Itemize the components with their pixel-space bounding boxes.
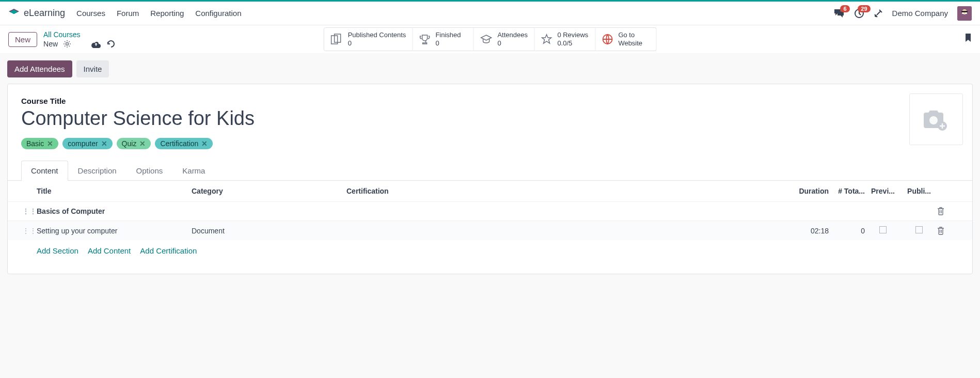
svg-marker-13 (542, 35, 551, 43)
stat-finished[interactable]: Finished0 (413, 27, 473, 51)
svg-marker-12 (481, 35, 491, 40)
breadcrumb-new: New (43, 40, 58, 48)
drag-handle-icon[interactable]: ⋮⋮ (22, 227, 37, 235)
preview-checkbox[interactable] (879, 226, 887, 233)
subbar: New All Courses New Published Contents0 … (0, 25, 980, 53)
image-placeholder[interactable] (909, 93, 963, 145)
svg-point-15 (929, 116, 938, 124)
svg-rect-8 (965, 12, 967, 14)
tools-icon[interactable] (874, 9, 883, 18)
breadcrumb-all-courses[interactable]: All Courses (43, 30, 116, 39)
tag-remove-icon[interactable]: ✕ (101, 139, 107, 148)
messages-icon[interactable]: 6 (833, 8, 845, 19)
th-certification: Certification (346, 187, 782, 195)
content-table: Title Category Certification Duration # … (8, 181, 972, 261)
stat-boxes: Published Contents0 Finished0 Attendees0… (324, 27, 657, 51)
table-row: ⋮⋮ Setting up your computer Document 02:… (8, 221, 972, 240)
th-publi: Publi... (901, 187, 937, 195)
tag-computer[interactable]: computer✕ (62, 138, 112, 149)
th-title: Title (37, 187, 192, 195)
add-section-link[interactable]: Add Section (37, 246, 78, 255)
nav-forum[interactable]: Forum (117, 9, 139, 18)
gear-icon[interactable] (63, 40, 71, 48)
tag-quiz[interactable]: Quiz✕ (117, 138, 151, 149)
stat-website[interactable]: Go toWebsite (595, 27, 656, 51)
brand-label: eLearning (24, 8, 65, 19)
add-content-link[interactable]: Add Content (88, 246, 131, 255)
content-icon (330, 34, 343, 45)
course-title-label: Course Title (21, 97, 959, 105)
svg-rect-6 (961, 11, 968, 12)
elearning-icon (8, 8, 20, 19)
row-duration: 02:18 (782, 227, 829, 235)
svg-point-3 (875, 15, 877, 17)
svg-rect-7 (962, 12, 964, 14)
stat-published[interactable]: Published Contents0 (324, 27, 413, 51)
tab-content[interactable]: Content (21, 161, 68, 181)
tabs: Content Description Options Karma (8, 161, 972, 181)
activities-badge: 29 (858, 5, 870, 12)
tab-karma[interactable]: Karma (172, 161, 215, 180)
star-icon (541, 34, 552, 45)
nav-configuration[interactable]: Configuration (195, 9, 241, 18)
cloud-upload-icon[interactable] (91, 40, 101, 48)
svg-point-9 (66, 43, 69, 45)
tab-description[interactable]: Description (68, 161, 127, 180)
invite-button[interactable]: Invite (76, 60, 109, 77)
th-previ: Previ... (865, 187, 901, 195)
tag-remove-icon[interactable]: ✕ (139, 139, 146, 148)
th-duration: Duration (782, 187, 829, 195)
tag-remove-icon[interactable]: ✕ (201, 139, 208, 148)
company-label[interactable]: Demo Company (892, 9, 948, 18)
messages-badge: 6 (840, 5, 849, 12)
activities-icon[interactable]: 29 (854, 8, 864, 19)
row-category[interactable]: Document (192, 227, 346, 235)
stat-reviews[interactable]: 0 Reviews0.0/5 (534, 27, 595, 51)
section-row: ⋮⋮ Basics of Computer (8, 201, 972, 221)
tag-remove-icon[interactable]: ✕ (47, 139, 53, 148)
add-attendees-button[interactable]: Add Attendees (7, 60, 72, 77)
tab-options[interactable]: Options (127, 161, 173, 180)
undo-icon[interactable] (106, 40, 116, 48)
course-title[interactable]: Computer Science for Kids (21, 107, 959, 130)
add-certification-link[interactable]: Add Certification (140, 246, 197, 255)
row-total: 0 (829, 227, 865, 235)
brand[interactable]: eLearning (8, 8, 65, 19)
tags: Basic✕computer✕Quiz✕Certification✕ (21, 138, 959, 149)
delete-section-icon[interactable] (937, 207, 958, 215)
drag-handle-icon[interactable]: ⋮⋮ (22, 207, 37, 215)
navbar: eLearning Courses Forum Reporting Config… (0, 2, 980, 25)
graduation-icon (480, 34, 492, 44)
tag-label: Quiz (122, 139, 137, 148)
section-title[interactable]: Basics of Computer (37, 207, 937, 215)
nav-reporting[interactable]: Reporting (150, 9, 184, 18)
th-category: Category (192, 187, 346, 195)
th-total: # Tota... (829, 187, 865, 195)
course-card: Course Title Computer Science for Kids B… (7, 84, 973, 274)
trophy-icon (419, 34, 430, 45)
new-button[interactable]: New (8, 32, 37, 47)
globe-icon (602, 34, 613, 45)
delete-row-icon[interactable] (937, 227, 958, 235)
breadcrumb: All Courses New (43, 30, 116, 48)
avatar[interactable] (957, 6, 972, 21)
published-checkbox[interactable] (915, 226, 923, 233)
nav-courses[interactable]: Courses (76, 9, 105, 18)
tag-certification[interactable]: Certification✕ (155, 138, 213, 149)
stat-attendees[interactable]: Attendees0 (473, 27, 534, 51)
tag-label: Certification (160, 139, 198, 148)
tag-label: computer (68, 139, 98, 148)
row-title[interactable]: Setting up your computer (37, 227, 192, 235)
bookmark-icon[interactable] (965, 33, 972, 43)
tag-basic[interactable]: Basic✕ (21, 138, 58, 149)
tag-label: Basic (26, 139, 44, 148)
